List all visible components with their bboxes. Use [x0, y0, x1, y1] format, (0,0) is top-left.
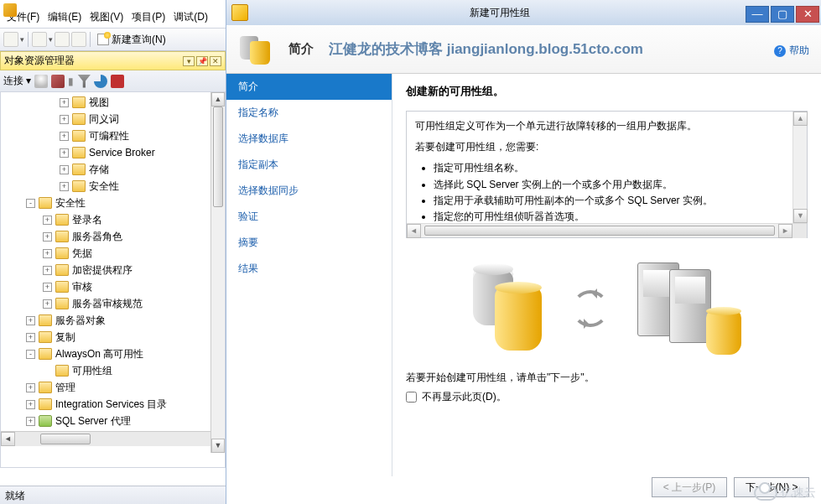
- nav-results[interactable]: 结果: [226, 256, 392, 282]
- tree-scrollbar-horizontal[interactable]: ◄ ►: [1, 431, 225, 445]
- tree-expander-icon[interactable]: +: [43, 266, 52, 275]
- tree-expander-icon[interactable]: +: [60, 148, 69, 158]
- nav-specify-replicas[interactable]: 指定副本: [226, 152, 392, 178]
- minimize-button[interactable]: —: [746, 6, 769, 23]
- ssms-app-icon: [3, 3, 17, 17]
- scroll-left-icon[interactable]: ◄: [1, 432, 15, 446]
- skip-page-input[interactable]: [406, 392, 417, 403]
- menu-project[interactable]: 项目(P): [128, 8, 169, 26]
- tree-expander-icon[interactable]: +: [43, 299, 52, 309]
- tree-expander-icon[interactable]: +: [60, 182, 69, 191]
- tree-node[interactable]: +加密提供程序: [1, 262, 225, 278]
- wizard-titlebar[interactable]: 新建可用性组 — ▢ ✕: [226, 0, 821, 25]
- tree-node[interactable]: +安全性: [1, 178, 225, 195]
- scroll-up-icon[interactable]: ▲: [211, 92, 225, 107]
- tree-node[interactable]: +服务器角色: [1, 228, 225, 245]
- menu-debug[interactable]: 调试(D): [170, 8, 211, 26]
- folder-icon: [39, 331, 52, 343]
- object-explorer-tree[interactable]: +视图+同义词+可编程性+Service Broker+存储+安全性-安全性+登…: [0, 92, 226, 468]
- tree-expander-icon[interactable]: +: [26, 383, 35, 392]
- scroll-thumb[interactable]: [424, 226, 775, 236]
- tree-expander-icon[interactable]: +: [60, 165, 69, 174]
- tree-expander-icon[interactable]: +: [43, 283, 52, 292]
- panel-pin-icon[interactable]: 📌: [196, 56, 208, 66]
- tree-expander-icon[interactable]: -: [26, 350, 35, 359]
- tree-node[interactable]: +复制: [1, 329, 225, 346]
- status-text: 就绪: [5, 490, 25, 501]
- tree-node[interactable]: +存储: [1, 161, 225, 178]
- tree-node[interactable]: +登录名: [1, 211, 225, 228]
- toolbar-button[interactable]: [71, 32, 86, 47]
- toolbar-button[interactable]: [3, 32, 18, 47]
- folder-icon: [55, 281, 69, 293]
- tree-expander-icon[interactable]: +: [26, 333, 35, 342]
- tree-node[interactable]: +服务器对象: [1, 312, 225, 329]
- new-query-button[interactable]: 新建查询(N): [94, 30, 169, 49]
- scroll-right-icon[interactable]: ►: [778, 224, 792, 238]
- disconnect-icon[interactable]: [51, 75, 65, 88]
- panel-dropdown-icon[interactable]: ▾: [183, 56, 195, 66]
- filter-icon[interactable]: [77, 75, 91, 88]
- panel-close-icon[interactable]: ✕: [210, 56, 221, 66]
- menu-view[interactable]: 视图(V): [86, 8, 127, 26]
- tree-node[interactable]: +SQL Server 代理: [1, 413, 225, 429]
- watermark-text: 亿速云: [781, 486, 816, 501]
- tree-node[interactable]: 可用性组: [1, 362, 225, 379]
- tree-expander-icon[interactable]: +: [60, 98, 69, 107]
- help-link[interactable]: ? 帮助: [774, 44, 809, 58]
- tree-expander-icon[interactable]: +: [43, 216, 52, 225]
- nav-intro[interactable]: 简介: [226, 74, 392, 100]
- menu-edit[interactable]: 编辑(E): [44, 8, 85, 26]
- tree-expander-icon[interactable]: +: [60, 115, 69, 124]
- tree-node[interactable]: +视图: [1, 94, 225, 111]
- scroll-down-icon[interactable]: ▼: [793, 209, 808, 223]
- nav-select-db[interactable]: 选择数据库: [226, 126, 392, 152]
- scroll-thumb[interactable]: [213, 107, 223, 207]
- tree-expander-icon[interactable]: +: [60, 132, 69, 141]
- scroll-thumb[interactable]: [40, 434, 91, 444]
- maximize-button[interactable]: ▢: [771, 6, 794, 23]
- tree-node[interactable]: -安全性: [1, 195, 225, 211]
- tree-node[interactable]: +Service Broker: [1, 144, 225, 161]
- toolbar-button[interactable]: [32, 32, 47, 47]
- tree-expander-icon[interactable]: +: [43, 232, 52, 242]
- database-pair-icon: [473, 267, 548, 351]
- scroll-left-icon[interactable]: ◄: [407, 224, 421, 238]
- refresh-icon[interactable]: [94, 75, 107, 88]
- scroll-up-icon[interactable]: ▲: [793, 112, 808, 126]
- tree-node-label: 复制: [55, 330, 75, 345]
- tree-node[interactable]: +审核: [1, 278, 225, 295]
- scroll-down-icon[interactable]: ▼: [211, 439, 225, 453]
- tree-scrollbar-vertical[interactable]: ▲ ▼: [210, 92, 225, 453]
- tree-expander-icon[interactable]: +: [43, 249, 52, 258]
- nav-validation[interactable]: 验证: [226, 204, 392, 230]
- tree-node[interactable]: +同义词: [1, 111, 225, 127]
- new-query-icon: [97, 34, 109, 45]
- folder-icon: [55, 214, 69, 226]
- tree-expander-icon[interactable]: +: [26, 417, 35, 426]
- tree-expander-icon[interactable]: +: [26, 316, 35, 325]
- stop-icon[interactable]: [111, 75, 124, 88]
- folder-icon: [39, 348, 52, 360]
- nav-data-sync[interactable]: 选择数据同步: [226, 178, 392, 204]
- tree-node[interactable]: -AlwaysOn 高可用性: [1, 346, 225, 362]
- info-scrollbar-vertical[interactable]: ▲ ▼: [792, 112, 807, 223]
- new-query-label: 新建查询(N): [112, 33, 166, 47]
- skip-page-label: 不再显示此页(D)。: [422, 390, 507, 404]
- tree-expander-icon[interactable]: +: [26, 400, 35, 409]
- tree-node[interactable]: +Integration Services 目录: [1, 396, 225, 413]
- tree-node[interactable]: +凭据: [1, 245, 225, 262]
- skip-page-checkbox[interactable]: 不再显示此页(D)。: [406, 390, 808, 404]
- tree-node[interactable]: +可编程性: [1, 127, 225, 144]
- nav-specify-name[interactable]: 指定名称: [226, 100, 392, 126]
- nav-summary[interactable]: 摘要: [226, 230, 392, 256]
- tree-node[interactable]: +管理: [1, 379, 225, 396]
- tree-expander-icon[interactable]: -: [26, 199, 35, 208]
- toolbar-button[interactable]: [55, 32, 70, 47]
- tree-node[interactable]: +服务器审核规范: [1, 295, 225, 312]
- info-scrollbar-horizontal[interactable]: ◄ ►: [407, 223, 807, 237]
- connect-dropdown[interactable]: 连接 ▾: [3, 74, 31, 88]
- connect-icon[interactable]: [34, 75, 48, 88]
- close-button[interactable]: ✕: [796, 6, 819, 23]
- tree-node-label: 存储: [89, 163, 109, 177]
